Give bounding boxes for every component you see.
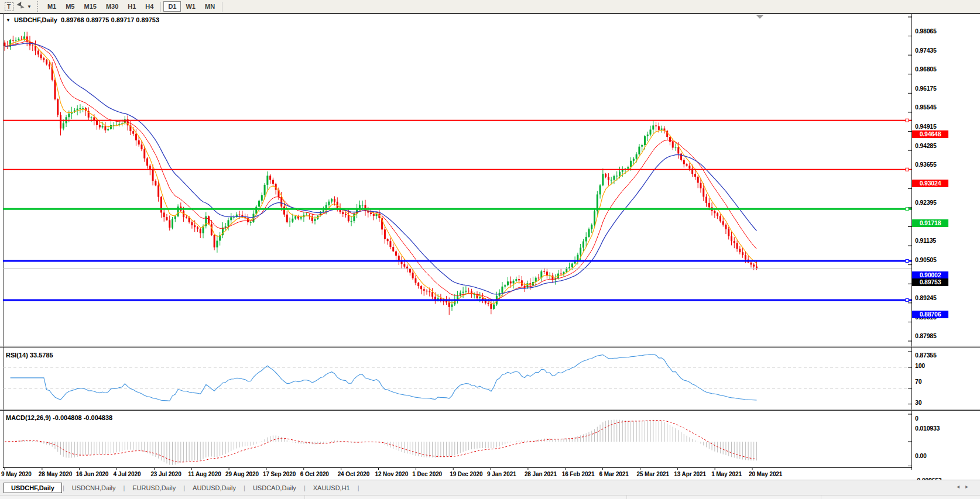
level-price-label: 0.88706 [912,311,948,318]
timeframe-button-d1[interactable]: D1 [163,1,181,12]
macd-indicator-title: MACD(12,26,9) -0.004808 -0.004838 [0,414,112,421]
timeframe-button-mn[interactable]: MN [200,1,220,12]
macd-axis-tick-label: 0.00 [915,452,927,459]
timeframe-button-m5[interactable]: M5 [61,1,79,12]
chart-tab-bar: USDCHF,Daily|USDCNH,Daily|EURUSD,Daily|A… [0,480,980,495]
level-price-label: 0.94648 [912,130,948,138]
toolbar-gripper [37,1,39,12]
timeframe-button-group: M1M5M15M30H1H4D1W1MN [43,1,225,12]
dropdown-caret-icon: ▼ [27,4,32,9]
date-axis-label: 1 Dec 2020 [412,471,442,477]
level-price-label: 0.91718 [912,219,948,227]
timeframe-button-h4[interactable]: H4 [141,1,158,12]
current-price-label: 0.89753 [912,278,948,286]
line-endpoint-marker [906,208,909,211]
rsi-axis-tick-label: 30 [915,399,921,406]
text-tool-icon: T [5,2,13,11]
timeframe-button-w1[interactable]: W1 [181,1,200,12]
price-axis-tick-label: 0.90505 [915,256,937,263]
price-axis-tick-label: 0.97435 [915,47,937,54]
line-endpoint-marker [906,119,909,122]
date-axis-label: 20 May 2021 [749,471,782,477]
price-axis-tick-label: 0.96175 [915,85,937,92]
date-axis-label: 6 Mar 2021 [599,471,629,477]
date-axis-label: 9 Jan 2021 [487,471,516,477]
chart-canvas[interactable] [0,13,980,480]
line-endpoint-marker [906,260,909,263]
chart-tab-usdcad[interactable]: USDCAD,Daily [246,483,303,493]
rsi-axis-tick-label: 100 [915,362,925,369]
price-axis-tick-label: 0.95545 [915,104,937,111]
price-axis-tick-label: 0.96805 [915,66,937,73]
tab-scroll-left-icon[interactable]: ◂ [957,483,965,490]
chart-window[interactable]: ▼ USDCHF,Daily 0.89768 0.89775 0.89717 0… [0,13,980,480]
date-axis-label: 4 Jul 2020 [114,471,141,477]
date-axis-label: 17 Sep 2020 [263,471,296,477]
date-axis-label: 12 Nov 2020 [375,471,409,477]
price-axis-tick-label: 0.93655 [915,161,937,168]
rsi-indicator-title: RSI(14) 33.5785 [0,352,53,359]
price-axis-tick-label: 0.94915 [915,123,937,130]
top-toolbar: T ▼ M1M5M15M30H1H4D1W1MN [0,0,980,13]
date-axis-label: 29 Aug 2020 [225,471,259,477]
arrows-tool-icon [16,2,25,11]
price-axis-tick-label: 0.94285 [915,142,937,149]
chart-ohlc-values: 0.89768 0.89775 0.89717 0.89753 [61,16,159,23]
price-axis-tick-label: 0.92395 [915,199,937,206]
price-axis-tick-label: 0.87985 [915,332,937,339]
date-axis-label: 13 Apr 2021 [674,471,706,477]
chart-graphic [0,13,980,480]
chart-tab-eurusd[interactable]: EURUSD,Daily [125,483,183,493]
price-axis-tick-label: 0.89245 [915,294,937,301]
macd-axis-tick-label: 0.010933 [915,425,940,432]
status-bar-divider [821,495,821,499]
price-axis-tick-label: 0.91135 [915,237,936,244]
date-axis-label: 25 Mar 2021 [636,471,669,477]
date-axis-label: 9 May 2020 [1,471,32,477]
date-axis-label: 24 Oct 2020 [338,471,370,477]
text-tool-button[interactable]: T [3,1,15,12]
timeframe-button-h1[interactable]: H1 [123,1,141,12]
toolbar-separator [160,2,161,12]
price-axis-tick-label: 0.98065 [915,27,937,35]
tab-scroll-right-icon[interactable]: ▸ [965,483,974,490]
chart-title-triangle-icon: ▼ [6,18,11,23]
chart-tabs: USDCHF,Daily|USDCNH,Daily|EURUSD,Daily|A… [4,483,360,493]
rsi-axis-tick-label: 70 [915,378,921,385]
date-axis-label: 16 Feb 2021 [562,471,595,477]
chart-symbol-label: USDCHF,Daily [14,16,57,23]
level-price-label: 0.93024 [912,180,948,187]
date-axis-label: 23 Jul 2020 [150,471,181,477]
status-bar-divider [626,495,627,499]
date-axis-label: 1 May 2021 [711,471,742,477]
line-endpoint-marker [906,299,909,302]
date-axis-label: 28 May 2020 [39,471,72,477]
rsi-axis-tick-label: 0 [915,415,919,422]
chart-title: ▼ USDCHF,Daily 0.89768 0.89775 0.89717 0… [6,16,159,23]
timeframe-button-m30[interactable]: M30 [101,1,123,12]
date-axis-label: 28 Jan 2021 [525,471,557,477]
chart-tab-xauusd[interactable]: XAUUSD,H1 [306,483,357,493]
date-axis-label: 6 Oct 2020 [300,471,329,477]
chart-tab-audusd[interactable]: AUDUSD,Daily [186,483,243,493]
status-bar-divider [304,495,305,499]
line-endpoint-marker [906,168,909,171]
level-price-label: 0.90002 [912,271,948,279]
date-axis-label: 16 Jun 2020 [76,471,109,477]
date-axis-label: 19 Dec 2020 [450,471,482,477]
timeframe-button-m15[interactable]: M15 [79,1,101,12]
arrows-tool-button[interactable]: ▼ [16,1,32,12]
chart-tab-usdcnh[interactable]: USDCNH,Daily [65,483,123,493]
toolbar-separator [222,2,222,12]
tab-separator: | [357,484,360,491]
chart-tab-usdchf[interactable]: USDCHF,Daily [4,483,62,493]
date-axis-label: 11 Aug 2020 [188,471,221,477]
timeframe-button-m1[interactable]: M1 [43,1,61,12]
price-axis-tick-label: 0.87355 [915,352,937,359]
status-bar [0,495,980,499]
